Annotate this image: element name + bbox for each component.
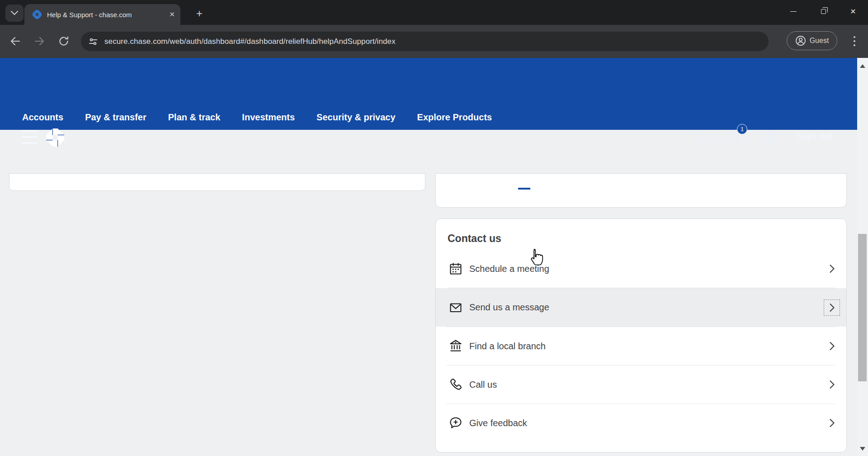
nav-item-security-privacy[interactable]: Security & privacy [316, 112, 396, 123]
phone-icon [449, 378, 462, 391]
browser-profile-button[interactable]: Guest [787, 31, 837, 50]
contact-item-label: Find a local branch [469, 341, 546, 352]
chevron-right-icon [824, 415, 840, 431]
tab-strip: Help & Support - chase.com ✕ + ✕ [0, 0, 868, 25]
contact-item-schedule-meeting[interactable]: Schedule a meeting [436, 250, 846, 288]
cutoff-card-top [435, 173, 847, 208]
chevron-right-icon [824, 261, 840, 277]
contact-item-label: Call us [469, 380, 497, 390]
notification-count-badge: 1 [737, 124, 747, 134]
chase-site-header: 1 Sign out Accounts Pay & transfer Plan … [0, 58, 857, 130]
nav-item-plan-track[interactable]: Plan & track [168, 112, 221, 123]
forward-button[interactable] [29, 31, 49, 51]
chase-favicon [33, 10, 42, 19]
nav-item-accounts[interactable]: Accounts [22, 112, 63, 123]
tab-close-button[interactable]: ✕ [169, 10, 175, 19]
main-navigation: Accounts Pay & transfer Plan & track Inv… [0, 105, 633, 130]
url-text[interactable]: secure.chase.com/web/auth/dashboard#/das… [104, 37, 396, 46]
browser-menu-button[interactable] [851, 35, 858, 48]
chevron-down-icon [11, 11, 18, 15]
contact-item-label: Give feedback [469, 418, 527, 428]
tab-title: Help & Support - chase.com [47, 11, 156, 19]
window-controls: ✕ [778, 0, 868, 23]
contact-item-give-feedback[interactable]: Give feedback [436, 404, 846, 442]
profile-label: Guest [810, 37, 829, 45]
url-bar[interactable]: secure.chase.com/web/auth/dashboard#/das… [81, 32, 769, 51]
calendar-icon [449, 262, 462, 276]
contact-item-send-message[interactable]: Send us a message [436, 288, 846, 327]
page-scrollbar[interactable] [857, 58, 868, 456]
search-icon[interactable] [693, 129, 708, 145]
reload-icon [58, 36, 69, 47]
minimize-icon [790, 11, 797, 12]
tab-search-button[interactable] [5, 5, 24, 22]
hamburger-menu-button[interactable] [22, 130, 38, 144]
cutoff-card-content-fragment [518, 188, 530, 190]
browser-window: Help & Support - chase.com ✕ + ✕ [0, 0, 868, 456]
contact-us-title: Contact us [436, 219, 846, 250]
scrollbar-thumb[interactable] [858, 234, 867, 381]
profile-icon[interactable] [762, 129, 778, 146]
cutoff-card-left [9, 173, 425, 191]
scrollbar-down-arrow[interactable] [860, 447, 865, 451]
new-tab-button[interactable]: + [192, 6, 207, 21]
nav-item-pay-transfer[interactable]: Pay & transfer [85, 112, 146, 123]
guest-avatar-icon [795, 35, 806, 46]
back-arrow-icon [10, 36, 21, 47]
chase-logo[interactable] [46, 128, 64, 147]
contact-item-label: Send us a message [469, 302, 549, 313]
mouse-cursor-hand [528, 248, 544, 267]
chevron-right-icon [824, 338, 840, 354]
contact-item-call-us[interactable]: Call us [436, 366, 846, 404]
feedback-plus-icon [449, 416, 462, 430]
site-info-icon[interactable] [88, 37, 98, 47]
browser-toolbar: secure.chase.com/web/auth/dashboard#/das… [0, 25, 868, 58]
scrollbar-up-arrow[interactable] [860, 64, 865, 68]
window-close-button[interactable]: ✕ [838, 0, 868, 23]
window-restore-button[interactable] [808, 0, 838, 23]
sign-out-link[interactable]: Sign out [797, 131, 833, 142]
contact-us-card: Contact us Schedule a meeting [435, 218, 847, 452]
browser-tab[interactable]: Help & Support - chase.com ✕ [24, 4, 180, 25]
restore-icon [821, 9, 826, 14]
envelope-icon [449, 301, 462, 314]
forward-arrow-icon [34, 36, 45, 47]
contact-item-find-branch[interactable]: Find a local branch [436, 327, 846, 365]
nav-item-investments[interactable]: Investments [242, 112, 295, 123]
chevron-right-icon [824, 376, 840, 393]
back-button[interactable] [5, 31, 25, 51]
bank-icon [449, 339, 462, 353]
window-minimize-button[interactable] [778, 0, 808, 23]
chevron-right-icon-focused [824, 299, 840, 316]
reload-button[interactable] [54, 31, 74, 51]
nav-item-explore-products[interactable]: Explore Products [417, 112, 492, 123]
